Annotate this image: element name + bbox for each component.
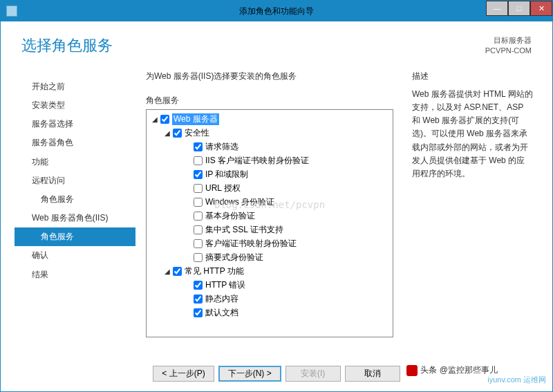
window-title: 添加角色和功能向导 [239,6,314,17]
tree-label[interactable]: 静态内容 [205,293,238,305]
tree-row: 请求筛选 [148,140,391,154]
sidebar-step-10[interactable]: 结果 [15,265,135,284]
tree-spacer [184,309,192,317]
minimize-button[interactable]: — [486,1,508,16]
tree-label[interactable]: 常见 HTTP 功能 [185,265,244,277]
close-button[interactable]: ✕ [530,1,552,16]
description-panel: 描述 Web 服务器提供对 HTML 网站的支持，以及对 ASP.NET、ASP… [404,71,538,359]
tree-spacer [184,254,192,262]
main-area: 开始之前安装类型服务器选择服务器角色功能远程访问角色服务Web 服务器角色(II… [1,64,552,359]
tree-row: 摘要式身份验证 [148,251,391,265]
wizard-steps-sidebar: 开始之前安装类型服务器选择服务器角色功能远程访问角色服务Web 服务器角色(II… [15,71,135,359]
tree-spacer [184,171,192,179]
maximize-button[interactable]: □ [508,1,530,16]
tree-spacer [184,295,192,304]
tree-checkbox[interactable] [194,156,203,165]
collapse-icon[interactable]: ◢ [163,129,171,138]
tree-spacer [184,226,192,234]
sidebar-step-7[interactable]: Web 服务器角色(IIS) [15,209,135,227]
tree-label[interactable]: Windows 身份验证 [205,196,274,208]
description-title: 描述 [412,71,533,82]
tree-label[interactable]: Web 服务器 [172,113,219,125]
section-label: 角色服务 [146,95,393,106]
tree-row: 静态内容 [148,292,391,306]
tree-spacer [184,157,192,165]
tree-label[interactable]: 基本身份验证 [205,210,255,222]
next-button[interactable]: 下一步(N) > [218,366,281,382]
sidebar-step-5[interactable]: 远程访问 [15,171,135,190]
tree-label[interactable]: 安全性 [185,127,209,139]
center-panel: 为Web 服务器(IIS)选择要安装的角色服务 角色服务 ◢Web 服务器◢安全… [135,71,404,359]
titlebar: 添加角色和功能向导 — □ ✕ [1,1,552,21]
target-label: 目标服务器 [485,35,532,46]
target-name: PCVPN-COM [485,46,532,56]
tree-spacer [184,198,192,207]
sidebar-step-0[interactable]: 开始之前 [15,77,135,96]
tree-spacer [184,185,192,193]
tree-row: ◢安全性 [148,127,391,140]
wizard-window: 添加角色和功能向导 — □ ✕ 选择角色服务 目标服务器 PCVPN-COM 开… [0,0,553,392]
tree-checkbox[interactable] [194,281,203,290]
app-icon [6,6,17,17]
tree-row: HTTP 错误 [148,279,391,292]
tree-checkbox[interactable] [194,225,203,234]
role-services-tree[interactable]: ◢Web 服务器◢安全性请求筛选IIS 客户端证书映射身份验证IP 和域限制UR… [146,109,393,337]
tree-checkbox[interactable] [194,295,203,304]
tree-spacer [184,281,192,290]
cancel-button[interactable]: 取消 [345,366,400,382]
collapse-icon[interactable]: ◢ [163,268,171,276]
tree-checkbox[interactable] [194,170,203,179]
sidebar-step-1[interactable]: 安装类型 [15,96,135,115]
sidebar-step-9[interactable]: 确认 [15,246,135,265]
tree-label[interactable]: IP 和域限制 [205,169,248,180]
header-section: 选择角色服务 目标服务器 PCVPN-COM [1,21,552,64]
tree-label[interactable]: 默认文档 [205,307,238,319]
sidebar-step-4[interactable]: 功能 [15,153,135,171]
tree-checkbox[interactable] [194,308,203,317]
tree-checkbox[interactable] [194,253,203,262]
description-text: Web 服务器提供对 HTML 网站的支持，以及对 ASP.NET、ASP 和 … [412,88,533,180]
tree-row: URL 授权 [148,182,391,196]
tree-checkbox[interactable] [194,239,203,248]
tree-checkbox[interactable] [194,142,203,151]
tree-label[interactable]: 客户端证书映射身份验证 [205,238,297,250]
sidebar-step-2[interactable]: 服务器选择 [15,115,135,133]
content-area: 选择角色服务 目标服务器 PCVPN-COM 开始之前安装类型服务器选择服务器角… [1,21,552,391]
tree-row: IP 和域限制 [148,168,391,182]
tree-row: IIS 客户端证书映射身份验证 [148,154,391,168]
previous-button[interactable]: < 上一步(P) [153,366,214,382]
sidebar-step-6[interactable]: 角色服务 [15,190,135,209]
tree-row: 客户端证书映射身份验证 [148,237,391,251]
tree-label[interactable]: 摘要式身份验证 [205,252,263,263]
tree-checkbox[interactable] [194,212,203,221]
tree-row: 默认文档 [148,306,391,320]
tree-row: 集中式 SSL 证书支持 [148,223,391,237]
tree-spacer [184,143,192,151]
tree-label[interactable]: 请求筛选 [205,141,238,153]
target-info: 目标服务器 PCVPN-COM [485,35,532,57]
tree-checkbox[interactable] [194,184,203,193]
page-title: 选择角色服务 [21,35,113,56]
button-bar: < 上一步(P) 下一步(N) > 安装(I) 取消 [1,359,552,391]
sidebar-step-3[interactable]: 服务器角色 [15,133,135,152]
tree-checkbox[interactable] [160,115,169,124]
tree-checkbox[interactable] [173,129,182,138]
tree-spacer [184,212,192,221]
tree-row: ◢Web 服务器 [148,113,391,127]
tree-row: ◢常见 HTTP 功能 [148,265,391,279]
tree-row: Windows 身份验证 [148,196,391,209]
tree-row: 基本身份验证 [148,209,391,223]
instruction-text: 为Web 服务器(IIS)选择要安装的角色服务 [146,71,393,82]
collapse-icon[interactable]: ◢ [151,115,159,124]
tree-label[interactable]: URL 授权 [205,183,241,194]
tree-spacer [184,240,192,248]
tree-checkbox[interactable] [194,198,203,207]
sidebar-step-8[interactable]: 角色服务 [15,227,135,246]
tree-checkbox[interactable] [173,267,182,276]
install-button[interactable]: 安装(I) [285,366,341,382]
tree-label[interactable]: 集中式 SSL 证书支持 [205,224,283,236]
tree-label[interactable]: IIS 客户端证书映射身份验证 [205,155,309,167]
tree-label[interactable]: HTTP 错误 [205,279,245,291]
window-controls: — □ ✕ [486,1,552,16]
